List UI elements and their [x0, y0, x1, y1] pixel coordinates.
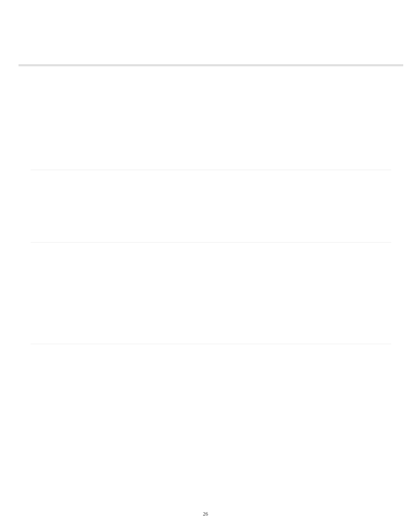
- section-divider: [31, 170, 391, 170]
- header-rule: [19, 64, 403, 66]
- section-divider: [31, 344, 391, 344]
- section-divider: [31, 242, 391, 243]
- page-number: 26: [0, 511, 411, 517]
